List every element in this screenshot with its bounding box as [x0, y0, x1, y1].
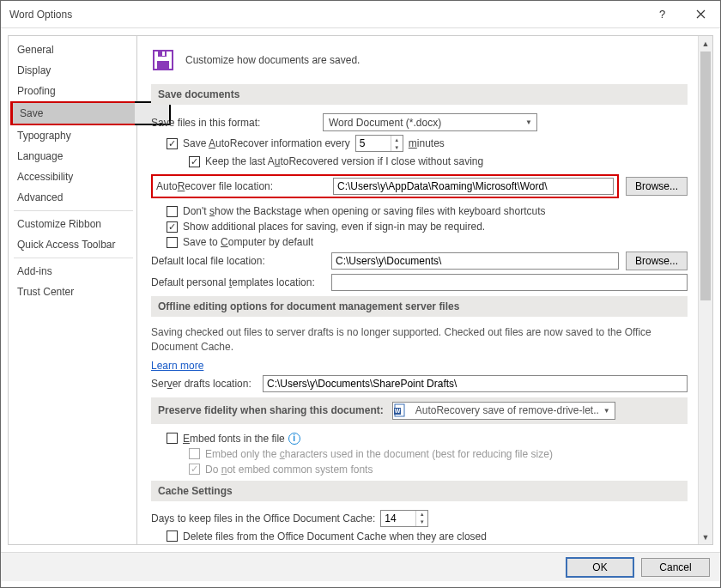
scroll-up-icon[interactable]: ▲	[699, 36, 712, 51]
svg-rect-3	[162, 52, 165, 56]
svg-rect-2	[157, 61, 169, 69]
scroll-thumb[interactable]	[700, 52, 711, 300]
document-icon: W	[393, 403, 407, 417]
no-common-fonts-label: Do not embed common system fonts	[205, 464, 373, 476]
sidebar-item-qat[interactable]: Quick Access Toolbar	[10, 234, 136, 255]
sidebar-item-advanced[interactable]: Advanced	[10, 187, 136, 208]
sidebar-item-proofing[interactable]: Proofing	[10, 81, 136, 101]
embed-chars-checkbox	[189, 448, 200, 459]
titlebar: Word Options ?	[1, 1, 720, 28]
autorecover-location-highlight: AutoRecover file location:	[151, 174, 619, 198]
info-icon[interactable]: i	[288, 433, 300, 445]
sidebar-item-general[interactable]: General	[10, 39, 136, 60]
sidebar: General Display Proofing Save Typography…	[8, 35, 137, 545]
embed-fonts-label: Embed fonts in the file	[183, 433, 285, 445]
autorecover-location-label: AutoRecover file location:	[156, 180, 324, 192]
chevron-down-icon: ▼	[521, 118, 536, 126]
show-additional-label: Show additional places for saving, even …	[183, 221, 485, 233]
offline-desc: Saving checked out files to server draft…	[151, 325, 688, 355]
page-subtitle: Customize how documents are saved.	[185, 54, 360, 66]
help-button[interactable]: ?	[643, 1, 682, 28]
default-local-label: Default local file location:	[151, 255, 323, 267]
save-computer-label: Save to Computer by default	[183, 236, 313, 248]
sidebar-item-trust-center[interactable]: Trust Center	[10, 282, 136, 302]
dialog-footer: OK Cancel	[1, 552, 720, 581]
svg-text:W: W	[394, 408, 400, 414]
server-drafts-input[interactable]	[263, 375, 688, 392]
browse-autorecover-button[interactable]: Browse...	[626, 177, 688, 196]
fidelity-document-combo[interactable]: W AutoRecovery save of remove-drive-let.…	[392, 402, 615, 420]
embed-chars-label: Embed only the characters used in the do…	[205, 448, 553, 460]
no-common-fonts-checkbox	[189, 464, 200, 475]
section-cache: Cache Settings	[151, 481, 688, 501]
cache-delete-checkbox[interactable]	[167, 530, 178, 542]
main-panel: Customize how documents are saved. Save …	[137, 36, 698, 544]
chevron-down-icon: ▼	[599, 407, 615, 415]
dont-show-backstage-checkbox[interactable]	[167, 206, 178, 217]
default-templates-input[interactable]	[331, 274, 688, 291]
default-local-input[interactable]	[331, 252, 619, 270]
dont-show-backstage-label: Don't show the Backstage when opening or…	[183, 205, 546, 217]
save-computer-checkbox[interactable]	[167, 237, 178, 248]
keep-last-label: Keep the last AutoRecovered version if I…	[205, 155, 483, 167]
scrollbar[interactable]: ▲ ▼	[698, 36, 712, 544]
section-offline: Offline editing options for document man…	[151, 296, 688, 317]
autorecover-location-input[interactable]	[333, 178, 614, 195]
keep-last-checkbox[interactable]	[189, 156, 200, 167]
default-templates-label: Default personal templates location:	[151, 276, 323, 288]
autorecover-checkbox[interactable]	[167, 138, 178, 149]
server-drafts-label: Server drafts location:	[151, 378, 254, 390]
cancel-button[interactable]: Cancel	[641, 558, 710, 577]
save-icon	[151, 48, 175, 72]
section-save-documents: Save documents	[151, 84, 688, 105]
cache-days-label: Days to keep files in the Office Documen…	[151, 512, 375, 524]
sidebar-item-save[interactable]: Save	[10, 101, 136, 125]
ok-button[interactable]: OK	[566, 557, 634, 578]
sidebar-item-accessibility[interactable]: Accessibility	[10, 167, 136, 187]
learn-more-link[interactable]: Learn more	[151, 360, 203, 372]
autorecover-minutes-spinner[interactable]: ▲▼	[355, 135, 403, 152]
format-combo[interactable]: Word Document (*.docx) ▼	[323, 113, 537, 131]
scroll-down-icon[interactable]: ▼	[699, 530, 712, 544]
close-button[interactable]	[682, 1, 720, 28]
show-additional-checkbox[interactable]	[167, 221, 178, 233]
cache-delete-label: Delete files from the Office Document Ca…	[183, 530, 487, 543]
sidebar-item-addins[interactable]: Add-ins	[10, 261, 136, 282]
section-fidelity: Preserve fidelity when sharing this docu…	[151, 397, 688, 424]
window-title: Word Options	[9, 9, 72, 21]
cache-days-spinner[interactable]: ▲▼	[380, 510, 428, 527]
sidebar-item-typography[interactable]: Typography	[10, 125, 136, 146]
sidebar-item-customize-ribbon[interactable]: Customize Ribbon	[10, 214, 136, 234]
sidebar-item-language[interactable]: Language	[10, 146, 136, 167]
autorecover-label: Save AutoRecover information every	[183, 137, 350, 149]
embed-fonts-checkbox[interactable]	[167, 433, 178, 444]
browse-local-button[interactable]: Browse...	[626, 252, 688, 270]
format-label: Save files in this format:	[151, 117, 323, 129]
minutes-label: minutes	[409, 137, 445, 149]
sidebar-item-display[interactable]: Display	[10, 60, 136, 81]
